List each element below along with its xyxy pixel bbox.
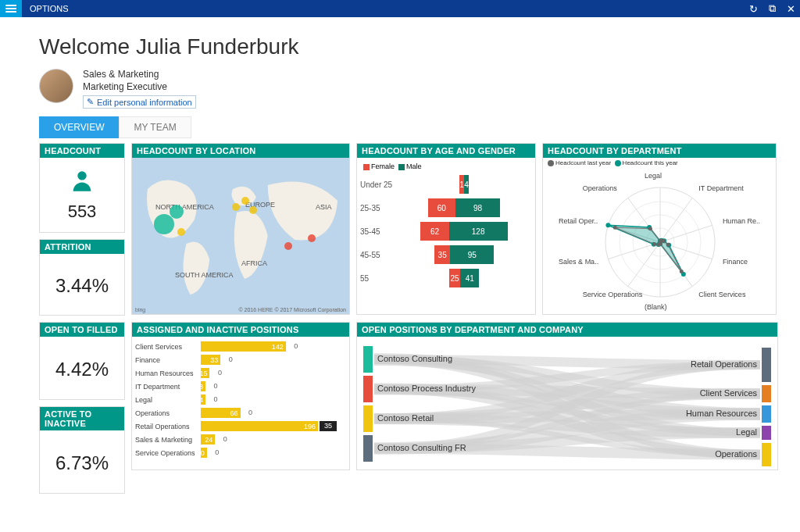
tile-active-to-inactive[interactable]: ACTIVE TO INACTIVE 6.73% bbox=[39, 406, 125, 494]
svg-point-37 bbox=[648, 227, 652, 230]
map-bubble bbox=[154, 214, 174, 234]
hamburger-menu-button[interactable] bbox=[0, 0, 22, 17]
tile-header: HEADCOUNT BY AGE AND GENDER bbox=[357, 144, 535, 158]
options-label[interactable]: OPTIONS bbox=[30, 4, 69, 13]
assigned-bar: 142 bbox=[201, 341, 286, 352]
map-label-as: ASIA bbox=[316, 203, 332, 211]
inactive-value: 0 bbox=[216, 434, 234, 445]
assigned-bar: 24 bbox=[201, 434, 215, 445]
map-body[interactable]: NORTH AMERICA SOUTH AMERICA EUROPE AFRIC… bbox=[132, 158, 349, 314]
map-bubble bbox=[177, 228, 185, 236]
map-label-sa: SOUTH AMERICA bbox=[175, 271, 234, 279]
age-gender-row: 35-4562128 bbox=[360, 222, 532, 241]
map-bubble bbox=[170, 205, 184, 219]
page-title: Welcome Julia Funderburk bbox=[39, 34, 800, 59]
pencil-icon: ✎ bbox=[87, 97, 94, 107]
tile-header: OPEN TO FILLED bbox=[40, 323, 124, 337]
radar-axis-label: Operations bbox=[583, 184, 617, 192]
sankey-target-block bbox=[762, 348, 771, 382]
radar-axis-label: Finance bbox=[723, 258, 748, 266]
assigned-row: Service Operations100 bbox=[132, 446, 349, 459]
assigned-row: Client Services1420 bbox=[132, 340, 349, 353]
tile-attrition[interactable]: ATTRITION 3.44% bbox=[39, 239, 125, 316]
age-category-label: 45-55 bbox=[360, 251, 396, 259]
tile-open-positions[interactable]: OPEN POSITIONS BY DEPARTMENT AND COMPANY… bbox=[356, 322, 778, 470]
assigned-label: Human Resources bbox=[132, 370, 201, 377]
assigned-label: Client Services bbox=[132, 343, 201, 351]
tab-overview[interactable]: OVERVIEW bbox=[39, 116, 119, 138]
attrition-value: 3.44% bbox=[55, 275, 109, 297]
radar-axis-label: Retail Oper.. bbox=[559, 217, 598, 225]
radar-axis-label: Sales & Ma.. bbox=[559, 258, 598, 266]
active-to-inactive-value: 6.73% bbox=[55, 452, 109, 474]
assigned-label: Legal bbox=[132, 396, 201, 404]
radar-axis-label: Service Operations bbox=[583, 291, 643, 298]
tile-header: HEADCOUNT bbox=[40, 144, 124, 158]
chart-legend: Headcount last year Headcount this year bbox=[548, 159, 678, 166]
bar-male: 41 bbox=[460, 269, 479, 287]
tile-headcount-by-location[interactable]: HEADCOUNT BY LOCATION NORTH AMERICA SOUT… bbox=[131, 143, 350, 315]
assigned-bar: 10 bbox=[201, 448, 207, 458]
close-icon[interactable]: ✕ bbox=[787, 3, 795, 15]
assigned-bar: 15 bbox=[201, 368, 209, 378]
inactive-value: 0 bbox=[207, 395, 224, 405]
map-bubble bbox=[249, 206, 257, 214]
age-category-label: 55 bbox=[360, 274, 396, 283]
legend-swatch-female bbox=[363, 164, 370, 170]
inactive-value: 0 bbox=[211, 368, 228, 378]
assigned-label: Service Operations bbox=[132, 449, 201, 457]
profile-department: Sales & Marketing bbox=[83, 69, 196, 80]
tile-headcount-age-gender[interactable]: HEADCOUNT BY AGE AND GENDER Female Male … bbox=[356, 143, 536, 315]
svg-point-36 bbox=[613, 226, 617, 230]
radar-axis-label: (Blank) bbox=[645, 303, 667, 311]
legend-swatch-male bbox=[398, 164, 405, 170]
tile-assigned-inactive[interactable]: ASSIGNED AND INACTIVE POSITIONS Client S… bbox=[131, 322, 350, 470]
refresh-icon[interactable]: ↻ bbox=[749, 3, 758, 15]
bar-male: 128 bbox=[449, 222, 508, 241]
profile-role: Marketing Executive bbox=[83, 81, 196, 92]
inactive-value: 0 bbox=[222, 355, 239, 365]
tile-open-to-filled[interactable]: OPEN TO FILLED 4.42% bbox=[39, 322, 125, 400]
svg-line-8 bbox=[660, 225, 712, 242]
sankey-source-label: Contoso Consulting bbox=[377, 354, 452, 363]
age-gender-row: 25-356098 bbox=[360, 198, 532, 217]
sankey-target-label: Human Resources bbox=[686, 409, 757, 418]
assigned-label: Retail Operations bbox=[132, 423, 201, 430]
svg-point-0 bbox=[77, 171, 86, 180]
assigned-row: Operations660 bbox=[132, 406, 349, 420]
edit-personal-info-link[interactable]: ✎ Edit personal information bbox=[83, 95, 196, 109]
age-category-label: Under 25 bbox=[360, 180, 396, 189]
assigned-bar: 66 bbox=[201, 408, 241, 418]
assigned-label: Sales & Marketing bbox=[132, 436, 201, 444]
assigned-label: IT Department bbox=[132, 383, 201, 391]
assigned-row: IT Department80 bbox=[132, 380, 349, 393]
tab-my-team[interactable]: MY TEAM bbox=[119, 116, 191, 138]
sankey-target-label: Operations bbox=[715, 449, 757, 459]
sankey-source-label: Contoso Consulting FR bbox=[377, 443, 466, 452]
hamburger-icon bbox=[5, 5, 16, 12]
svg-point-31 bbox=[666, 243, 670, 247]
tile-header: ASSIGNED AND INACTIVE POSITIONS bbox=[132, 323, 349, 337]
person-icon bbox=[69, 168, 95, 198]
svg-point-35 bbox=[652, 242, 656, 246]
sankey-target-label: Client Services bbox=[700, 388, 757, 398]
sankey-target-block bbox=[762, 385, 771, 402]
age-category-label: 35-45 bbox=[360, 227, 396, 236]
bar-female: 25 bbox=[449, 269, 461, 287]
chart-legend: Female Male bbox=[363, 162, 532, 170]
sankey-source-label: Contoso Retail bbox=[377, 413, 434, 423]
bar-male: 4 bbox=[464, 175, 469, 194]
radar-axis-label: Human Re.. bbox=[723, 217, 760, 225]
sankey-source-block bbox=[363, 435, 373, 462]
avatar[interactable] bbox=[39, 69, 73, 103]
bar-male: 95 bbox=[450, 245, 494, 264]
popout-icon[interactable]: ⧉ bbox=[769, 2, 776, 15]
assigned-row: Human Resources150 bbox=[132, 366, 349, 380]
options-bar: OPTIONS ↻ ⧉ ✕ bbox=[22, 0, 800, 17]
map-attribution-left: bing bbox=[135, 307, 145, 312]
tile-headcount-department[interactable]: HEADCOUNT BY DEPARTMENT Headcount last y… bbox=[542, 143, 777, 315]
assigned-row: Retail Operations19635 bbox=[132, 420, 349, 433]
sankey-target-block bbox=[762, 443, 771, 466]
open-to-filled-value: 4.42% bbox=[55, 359, 109, 380]
tile-headcount[interactable]: HEADCOUNT 553 bbox=[39, 143, 125, 233]
